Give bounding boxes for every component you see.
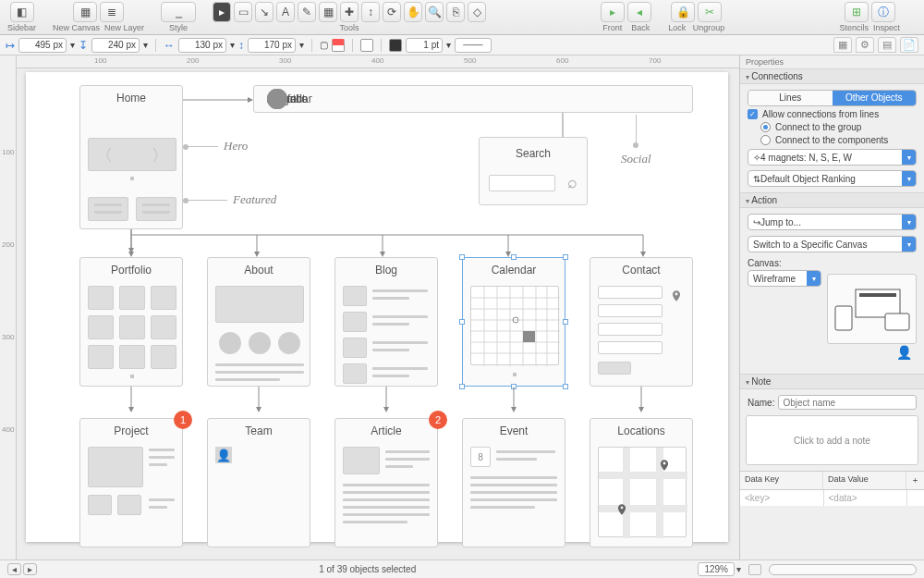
about-card[interactable]: About [207,257,310,387]
nav-bar[interactable]: Portfolio About Blog Calendar Contact Se… [253,85,693,113]
calendar-card[interactable]: Calendar [462,257,565,387]
note-box[interactable]: Click to add a note [746,415,918,465]
data-value-input[interactable]: <data> [824,490,908,506]
tool-hand[interactable]: ✋ [404,2,422,22]
svg-marker-32 [128,407,134,412]
search-card[interactable]: Search ⌕ [479,137,588,205]
jump-dropdown[interactable]: ↪ Jump to...▾ [748,214,917,230]
tool-crop[interactable]: ✚ [340,2,359,22]
page-nav-next[interactable]: ▸ [23,563,37,575]
y-field[interactable]: 240 px [91,38,140,53]
front-button[interactable]: ▸ [601,2,625,22]
height-icon: ↕ [238,39,244,52]
svg-marker-40 [638,407,644,412]
svg-rect-46 [859,293,896,297]
search-title: Search [480,147,587,160]
tool-move[interactable]: ↕ [361,2,380,22]
svg-rect-47 [835,306,852,330]
insp-tab-4[interactable]: 📄 [900,37,918,53]
blog-card[interactable]: Blog [334,257,438,387]
style-button[interactable]: ⎯ [161,2,196,22]
y-pos-icon: ↧ [79,39,88,52]
stencils-button[interactable]: ⊞ [845,2,869,22]
search-icon[interactable]: ⌕ [567,173,578,192]
event-card[interactable]: Event 8 [462,418,565,547]
article-card[interactable]: Article [334,418,438,547]
tool-stamp[interactable]: ⎘ [446,2,465,22]
tool-group[interactable]: ▦ [319,2,337,22]
shadow-color[interactable] [332,39,345,52]
width-icon: ↔ [164,39,175,52]
shadow-icon[interactable]: ▢ [320,40,328,50]
top-toolbar: ◧ Sidebar ▦ ≣ New Canvas New Layer ⎯ Sty… [0,0,924,35]
note-section-title[interactable]: Note [740,374,924,389]
sidebar-toggle[interactable]: ◧ [10,2,34,22]
ranking-dropdown[interactable]: ⇅ Default Object Ranking▾ [748,170,917,187]
color-swatch[interactable] [748,564,761,575]
ruler-horizontal: 100 200 300 400 500 600 700 [17,55,739,68]
insp-tab-2[interactable]: ⚙ [856,37,874,53]
x-field[interactable]: 495 px [18,38,67,53]
insp-tab-3[interactable]: ▤ [878,37,896,53]
canvas[interactable]: Home 〈 〉 Hero Featured [17,68,739,560]
portfolio-card[interactable]: Portfolio [79,257,183,387]
social-circle-icon [267,89,287,109]
connections-section-title[interactable]: Connections [740,68,924,84]
team-card[interactable]: Team 👤👤👤👤 👤👤👤👤 👤👤👤👤 [207,418,310,547]
inspect-button[interactable]: ⓘ [871,2,895,22]
tool-misc[interactable]: ◇ [468,2,486,22]
back-button[interactable]: ◂ [627,2,651,22]
tool-pen[interactable]: ✎ [298,2,316,22]
tool-rotate[interactable]: ⟳ [383,2,401,22]
fill-color[interactable] [360,39,373,52]
new-canvas-button[interactable]: ▦ [73,2,97,22]
badge-1: 1 [174,411,192,429]
h-field[interactable]: 170 px [248,38,296,53]
svg-marker-36 [383,407,389,412]
action-section-title[interactable]: Action [740,192,924,208]
switch-dropdown[interactable]: Switch to a Specific Canvas▾ [748,236,917,252]
w-field[interactable]: 130 px [178,38,226,53]
insp-tab-1[interactable]: ▦ [833,37,852,53]
zoom-level[interactable]: 129% [698,562,735,576]
svg-rect-48 [885,314,909,330]
zoom-stepper[interactable]: ▾ [736,564,741,574]
project-card[interactable]: Project [79,418,183,547]
search-input[interactable] [489,175,555,191]
tool-line[interactable]: ↘ [255,2,274,22]
geometry-bar: ↦ 495 px▾ ↧ 240 px▾ ↔ 130 px▾ ↕ 170 px▾ … [0,35,924,55]
contact-card[interactable]: Contact [590,257,693,387]
ruler-vertical: 100 200 300 400 [0,55,17,560]
svg-rect-29 [523,331,535,342]
stroke-weight[interactable]: 1 pt [406,38,443,53]
ungroup-button[interactable]: ✂ [698,2,722,22]
lock-button[interactable]: 🔒 [671,2,695,22]
anno-featured: Featured [233,192,276,207]
x-pos-icon: ↦ [6,39,15,52]
stroke-color[interactable] [389,39,402,52]
add-kv-button[interactable]: ＋ [906,472,924,489]
connect-group-radio[interactable] [760,122,771,132]
tool-pointer[interactable]: ▸ [213,2,231,22]
tool-zoom[interactable]: 🔍 [425,2,444,22]
object-name-input[interactable] [778,395,917,410]
connections-seg[interactable]: Lines Other Objects [748,90,917,106]
svg-marker-1 [248,97,253,103]
canvas-dropdown[interactable]: Wireframe▾ [748,270,821,287]
anno-hero: Hero [224,139,248,154]
new-layer-button[interactable]: ≣ [100,2,124,22]
data-key-input[interactable]: <key> [740,490,824,506]
allow-connections-checkbox[interactable]: ✓ [748,109,758,119]
stroke-style[interactable]: ─── [455,38,492,53]
home-title: Home [80,92,182,105]
home-card[interactable]: Home 〈 〉 [79,85,183,229]
connect-components-radio[interactable] [760,135,771,145]
magnets-dropdown[interactable]: ✧ 4 magnets: N, S, E, W▾ [748,149,917,166]
horizontal-scrollbar[interactable] [769,564,917,575]
tool-rect[interactable]: ▭ [234,2,252,22]
tool-text[interactable]: A [276,2,295,22]
paper: Home 〈 〉 Hero Featured [26,72,728,542]
locations-card[interactable]: Locations [590,418,693,547]
anno-social: Social [621,152,651,166]
page-nav-prev[interactable]: ◂ [7,563,21,575]
